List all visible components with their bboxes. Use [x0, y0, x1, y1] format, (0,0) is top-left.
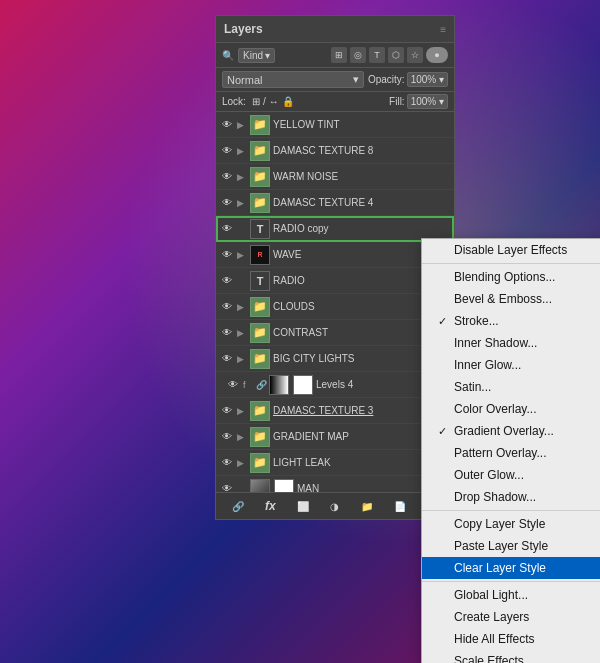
ctx-item-label: Gradient Overlay...: [454, 424, 554, 438]
add-group-button[interactable]: 📁: [357, 497, 377, 515]
eye-icon[interactable]: 👁: [220, 170, 234, 184]
ctx-hide-all-effects[interactable]: Hide All Effects: [422, 628, 600, 650]
opacity-input[interactable]: 100% ▾: [407, 72, 448, 87]
ctx-drop-shadow[interactable]: Drop Shadow...: [422, 486, 600, 508]
expand-arrow[interactable]: ▶: [237, 328, 247, 338]
eye-icon[interactable]: 👁: [220, 352, 234, 366]
layer-thumb: T: [250, 219, 270, 239]
layer-row[interactable]: 👁 ▶ 📁 GRADIENT MAP: [216, 424, 454, 450]
ctx-satin[interactable]: Satin...: [422, 376, 600, 398]
filter-shape-icon[interactable]: ⬡: [388, 47, 404, 63]
expand-arrow[interactable]: ▶: [237, 302, 247, 312]
ctx-inner-glow[interactable]: Inner Glow...: [422, 354, 600, 376]
ctx-item-label: Inner Glow...: [454, 358, 521, 372]
lock-draw-icon[interactable]: /: [263, 96, 266, 107]
layer-row[interactable]: 👁 f 🔗 Levels 4: [216, 372, 454, 398]
ctx-clear-layer-style[interactable]: Clear Layer Style: [422, 557, 600, 579]
expand-arrow[interactable]: ▶: [237, 250, 247, 260]
add-adjustment-button[interactable]: ◑: [325, 497, 345, 515]
eye-icon[interactable]: 👁: [220, 222, 234, 236]
layer-row[interactable]: 👁 ▶ 📁 BIG CITY LIGHTS: [216, 346, 454, 372]
ctx-blending-options[interactable]: Blending Options...: [422, 266, 600, 288]
layer-row[interactable]: 👁 ▶ 📁 CLOUDS: [216, 294, 454, 320]
separator: [422, 581, 600, 582]
expand-arrow[interactable]: ▶: [237, 198, 247, 208]
ctx-copy-layer-style[interactable]: Copy Layer Style: [422, 513, 600, 535]
eye-icon[interactable]: 👁: [220, 118, 234, 132]
layer-row[interactable]: 👁 ▶ R WAVE: [216, 242, 454, 268]
expand-arrow[interactable]: ▶: [237, 406, 247, 416]
layer-row[interactable]: 👁 ▶ 📁 LIGHT LEAK: [216, 450, 454, 476]
eye-icon[interactable]: 👁: [220, 274, 234, 288]
eye-icon[interactable]: 👁: [220, 144, 234, 158]
ctx-scale-effects[interactable]: Scale Effects...: [422, 650, 600, 663]
layer-thumb: 📁: [250, 323, 270, 343]
ctx-outer-glow[interactable]: Outer Glow...: [422, 464, 600, 486]
eye-icon[interactable]: 👁: [220, 456, 234, 470]
ctx-stroke[interactable]: ✓ Stroke...: [422, 310, 600, 332]
expand-arrow[interactable]: ▶: [237, 458, 247, 468]
eye-icon[interactable]: 👁: [220, 196, 234, 210]
filter-adj-icon[interactable]: ◎: [350, 47, 366, 63]
layer-thumb: 📁: [250, 453, 270, 473]
ctx-inner-shadow[interactable]: Inner Shadow...: [422, 332, 600, 354]
eye-icon[interactable]: 👁: [226, 378, 240, 392]
layer-row[interactable]: 👁 MAN: [216, 476, 454, 492]
layer-row[interactable]: 👁 ▶ 📁 YELLOW TINT: [216, 112, 454, 138]
expand-arrow[interactable]: ▶: [237, 146, 247, 156]
filter-toggle[interactable]: ●: [426, 47, 448, 63]
expand-arrow[interactable]: ▶: [237, 354, 247, 364]
layer-row-radio-copy[interactable]: 👁 T RADIO copy: [216, 216, 454, 242]
ctx-create-layers[interactable]: Create Layers: [422, 606, 600, 628]
ctx-gradient-overlay[interactable]: ✓ Gradient Overlay...: [422, 420, 600, 442]
eye-icon[interactable]: 👁: [220, 430, 234, 444]
layer-row[interactable]: 👁 ▶ 📁 DAMASC TEXTURE 8: [216, 138, 454, 164]
panel-header: Layers ≡: [216, 16, 454, 43]
expand-arrow[interactable]: ▶: [237, 432, 247, 442]
layer-name: DAMASC TEXTURE 4: [273, 197, 450, 208]
expand-arrow[interactable]: ▶: [237, 172, 247, 182]
layer-row[interactable]: 👁 T RADIO: [216, 268, 454, 294]
eye-icon[interactable]: 👁: [220, 482, 234, 493]
ctx-item-label: Satin...: [454, 380, 491, 394]
ctx-paste-layer-style[interactable]: Paste Layer Style: [422, 535, 600, 557]
separator: [422, 263, 600, 264]
ctx-pattern-overlay[interactable]: Pattern Overlay...: [422, 442, 600, 464]
filter-pixel-icon[interactable]: ⊞: [331, 47, 347, 63]
fill-input[interactable]: 100% ▾: [407, 94, 448, 109]
layer-row[interactable]: 👁 ▶ 📁 DAMASC TEXTURE 3: [216, 398, 454, 424]
lock-pixel-icon[interactable]: ⊞: [252, 96, 260, 107]
new-layer-button[interactable]: 📄: [390, 497, 410, 515]
eye-icon[interactable]: 👁: [220, 326, 234, 340]
ctx-global-light[interactable]: Global Light...: [422, 584, 600, 606]
layer-row[interactable]: 👁 ▶ 📁 WARM NOISE: [216, 164, 454, 190]
link-layers-button[interactable]: 🔗: [228, 497, 248, 515]
layer-mask-thumb: [274, 479, 294, 493]
filter-text-icon[interactable]: T: [369, 47, 385, 63]
ctx-item-label: Pattern Overlay...: [454, 446, 546, 460]
fx-button[interactable]: fx: [260, 497, 280, 515]
layer-row[interactable]: 👁 ▶ 📁 DAMASC TEXTURE 4: [216, 190, 454, 216]
expand-arrow[interactable]: ▶: [237, 120, 247, 130]
add-mask-button[interactable]: ⬜: [293, 497, 313, 515]
ctx-color-overlay[interactable]: Color Overlay...: [422, 398, 600, 420]
eye-icon[interactable]: 👁: [220, 248, 234, 262]
filter-bar: 🔍 Kind ▾ ⊞ ◎ T ⬡ ☆ ●: [216, 43, 454, 68]
opacity-section: Opacity: 100% ▾: [368, 72, 448, 87]
eye-icon[interactable]: 👁: [220, 404, 234, 418]
layer-thumb: T: [250, 271, 270, 291]
kind-filter[interactable]: Kind ▾: [238, 48, 275, 63]
eye-icon[interactable]: 👁: [220, 300, 234, 314]
ctx-bevel-emboss[interactable]: Bevel & Emboss...: [422, 288, 600, 310]
lock-all-icon[interactable]: 🔒: [282, 96, 294, 107]
filter-smart-icon[interactable]: ☆: [407, 47, 423, 63]
panel-close-icon[interactable]: ≡: [440, 24, 446, 35]
ctx-item-label: Create Layers: [454, 610, 529, 624]
lock-bar: Lock: ⊞ / ↔ 🔒 Fill: 100% ▾: [216, 92, 454, 112]
blend-mode-select[interactable]: Normal ▾: [222, 71, 364, 88]
layer-row[interactable]: 👁 ▶ 📁 CONTRAST: [216, 320, 454, 346]
ctx-disable-effects[interactable]: Disable Layer Effects: [422, 239, 600, 261]
ctx-item-label: Hide All Effects: [454, 632, 534, 646]
ctx-item-label: Paste Layer Style: [454, 539, 548, 553]
lock-move-icon[interactable]: ↔: [269, 96, 279, 107]
